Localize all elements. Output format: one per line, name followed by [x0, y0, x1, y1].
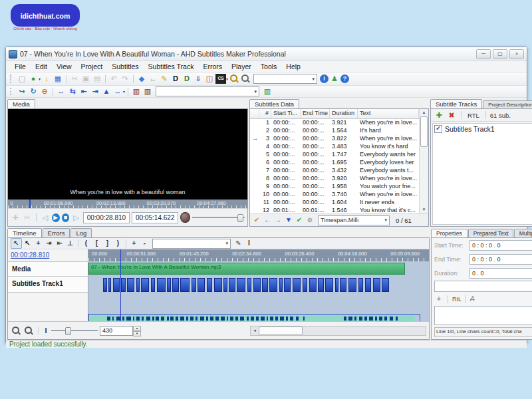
subtitle-block[interactable]: [348, 278, 357, 292]
divx-black-icon[interactable]: D: [170, 74, 181, 84]
scroll-to-current-icon[interactable]: ▼: [284, 216, 293, 225]
help-icon[interactable]: ?: [340, 74, 349, 83]
font-style-icon[interactable]: A: [470, 295, 475, 303]
close-button[interactable]: ×: [509, 49, 524, 59]
timeline-mode-combo[interactable]: ▾: [152, 239, 231, 249]
scroll-up-icon[interactable]: ▲: [422, 109, 426, 116]
subtitle-block[interactable]: [192, 278, 196, 292]
media-clip[interactable]: 07 - When You're In Love With A Beautifu…: [88, 263, 405, 275]
timeline-hscrollbar[interactable]: ◂: [250, 326, 426, 336]
save-project-icon[interactable]: ▦: [53, 74, 63, 84]
shift-left-icon[interactable]: ⇤: [78, 86, 89, 96]
scroll-thumb[interactable]: [420, 116, 428, 147]
extract-icon[interactable]: ⇓: [193, 74, 203, 84]
media-info-icon[interactable]: ◆: [136, 74, 147, 84]
user-icon[interactable]: ♟: [329, 74, 340, 84]
subtitle-block[interactable]: [108, 278, 111, 292]
subtitle-block[interactable]: [127, 278, 134, 292]
subtitle-block[interactable]: [207, 278, 213, 292]
subtitle-block[interactable]: [172, 278, 179, 292]
empty-track-area[interactable]: [88, 293, 429, 314]
snap-start-icon[interactable]: ⇥: [44, 239, 54, 248]
subtitle-block[interactable]: [365, 278, 372, 292]
media-track-row[interactable]: 07 - When You're In Love With A Beautifu…: [88, 261, 429, 277]
subtitles-track-row[interactable]: [88, 277, 429, 293]
menu-project[interactable]: Project: [76, 63, 108, 70]
tab-project-description[interactable]: Project Description: [483, 100, 532, 108]
paint-icon[interactable]: ✎: [233, 239, 243, 248]
subtitle-block[interactable]: [309, 278, 317, 292]
subtitle-block[interactable]: [382, 278, 388, 292]
chevron-down-icon[interactable]: ▾: [123, 89, 125, 94]
subtitle-block[interactable]: [303, 278, 307, 292]
hscroll-left-icon[interactable]: ◂: [251, 328, 259, 333]
edit-subtitle-icon[interactable]: ✎: [159, 74, 170, 84]
delete-track-icon[interactable]: ✖: [446, 110, 457, 120]
find-icon[interactable]: [240, 74, 251, 84]
move-tool-icon[interactable]: ↖: [23, 239, 33, 248]
prev-frame-icon[interactable]: ◁: [41, 213, 50, 223]
property-value-field[interactable]: 0 . 0: [469, 268, 532, 279]
table-row[interactable]: 600:00:...00:00:...1.695Everybody loves …: [250, 159, 419, 167]
characters-icon[interactable]: ◫: [204, 74, 215, 84]
zoom-in-icon[interactable]: [11, 326, 21, 336]
audio-mode-icon[interactable]: ▥: [142, 86, 153, 96]
track-checkbox[interactable]: ✔: [434, 125, 442, 133]
table-row[interactable]: 500:00:...00:00:...1.747Everybody wants …: [250, 151, 419, 159]
subtitle-block[interactable]: [151, 278, 156, 292]
tab-properties[interactable]: Properties: [431, 229, 467, 237]
minimize-button[interactable]: ─: [476, 49, 491, 59]
info-icon[interactable]: i: [320, 74, 329, 83]
property-value-field[interactable]: 0 : 0 : 0 . 0: [469, 240, 532, 251]
titlebar[interactable]: 07 - When You're In Love With A Beautifu…: [6, 47, 527, 61]
subtitle-block[interactable]: [262, 278, 268, 292]
subtitle-block[interactable]: [157, 278, 166, 292]
timeline-content[interactable]: 00.00000:00:51.60000:01:43.20000:02:34.8…: [88, 249, 429, 321]
subtitle-block[interactable]: [335, 278, 339, 292]
subtitle-block[interactable]: [293, 278, 301, 292]
menu-view[interactable]: View: [52, 63, 76, 70]
timespan-format-combo[interactable]: Timespan.Milli ▾: [318, 215, 390, 225]
timeline-playhead[interactable]: [120, 249, 121, 321]
track-list-item[interactable]: ✔Subtitles Track1: [434, 125, 532, 133]
subtitle-block[interactable]: [214, 278, 222, 292]
shift-right-icon[interactable]: ⇥: [90, 86, 100, 96]
subtitle-block[interactable]: [121, 278, 126, 292]
table-row[interactable]: 1200:01:...00:01:...1.546You know that i…: [250, 207, 419, 213]
ibeam-icon[interactable]: I: [244, 239, 254, 248]
table-row[interactable]: 1000:00:...00:00:...3.740When you're in …: [250, 191, 419, 199]
confirm-icon[interactable]: ✔: [252, 216, 261, 225]
subtitle-block[interactable]: [373, 278, 380, 292]
subtitle-block[interactable]: [167, 278, 171, 292]
zoom-spinner[interactable]: ▲▼: [133, 326, 141, 336]
anchor-icon[interactable]: ⊥: [65, 239, 75, 248]
zoom-in-small-icon[interactable]: +: [129, 239, 139, 248]
table-row[interactable]: →300:00:...00:00:...3.822When you're in …: [250, 135, 419, 143]
snap-end-icon[interactable]: ⇤: [55, 239, 65, 248]
rtl-toggle[interactable]: RtL: [452, 296, 462, 303]
zoom-value[interactable]: 430: [100, 326, 133, 336]
subtitle-block[interactable]: [103, 278, 107, 292]
text-style-combo[interactable]: ▾: [434, 281, 532, 292]
tab-log[interactable]: Log: [70, 228, 92, 237]
volume-knob-icon[interactable]: [180, 212, 190, 223]
chevron-down-icon[interactable]: ▾: [226, 76, 228, 81]
link-media-icon[interactable]: ↪: [17, 86, 27, 96]
column-header-text[interactable]: Text: [358, 109, 419, 118]
subtitle-block[interactable]: [113, 278, 120, 292]
prev-subtitle-icon[interactable]: ←: [263, 216, 272, 225]
rtl-button[interactable]: RTL: [466, 112, 481, 119]
menu-tools[interactable]: Tools: [256, 63, 282, 70]
menu-subtitles-track[interactable]: Subtitles Track: [144, 63, 199, 70]
menu-player[interactable]: Player: [227, 63, 256, 70]
subtitle-block[interactable]: [237, 278, 245, 292]
table-scrollbar[interactable]: ▲ ▼: [419, 109, 428, 213]
column-header-end-time[interactable]: End Time: [301, 109, 330, 118]
subtitle-block[interactable]: [136, 278, 140, 292]
zoom-slider[interactable]: [51, 327, 98, 334]
new-project-icon[interactable]: ▢: [17, 74, 27, 84]
seek-bar[interactable]: 000:01:06.99000:02:13.98000:03:20.97000:…: [8, 200, 247, 208]
table-row[interactable]: 800:00:...00:00:...3.920When you're in l…: [250, 175, 419, 183]
sync-point-icon[interactable]: ▲: [101, 86, 112, 96]
swap-times-icon[interactable]: ⇆: [67, 86, 78, 96]
